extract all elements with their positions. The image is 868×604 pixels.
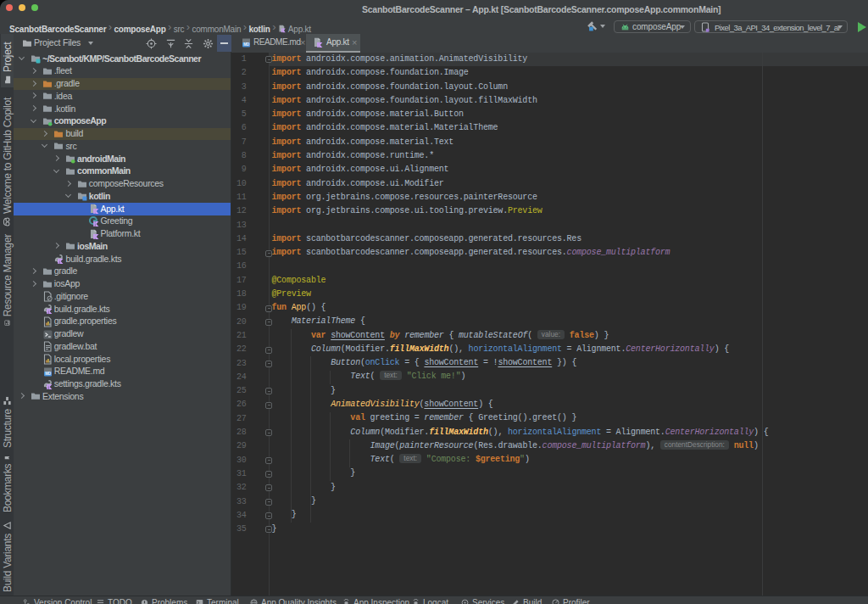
svg-text:MD: MD (243, 42, 249, 47)
svg-text:MD: MD (45, 372, 51, 376)
